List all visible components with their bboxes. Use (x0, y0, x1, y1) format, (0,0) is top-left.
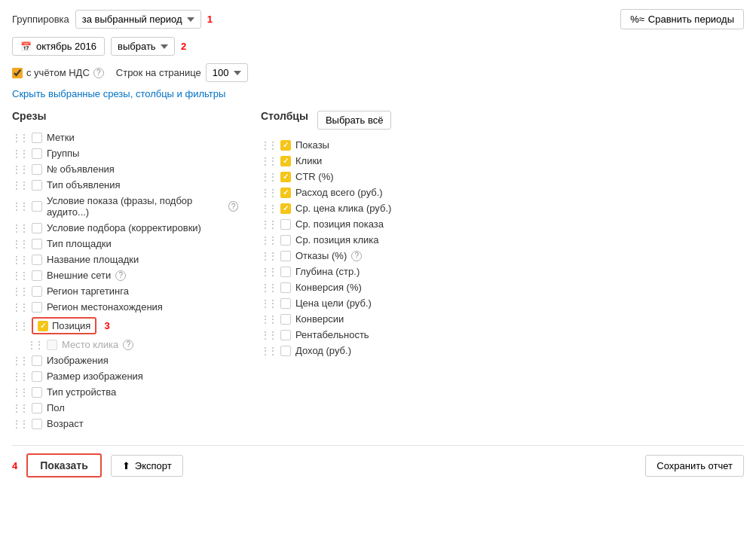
drag-handle (261, 188, 276, 198)
nazvanie-plosh-checkbox[interactable] (32, 255, 42, 265)
sr-poz-klika-checkbox[interactable] (280, 235, 291, 246)
drag-handle (261, 267, 276, 277)
grouping-select[interactable]: за выбранный период (75, 10, 201, 29)
bottom-left: 4 Показать ⬆ Экспорт (12, 453, 183, 477)
sr-poz-pokaz-checkbox[interactable] (280, 219, 291, 230)
drag-handle (12, 148, 27, 159)
drag-handle (12, 355, 27, 366)
poziciya-label: Позиция (52, 320, 90, 331)
list-item: Изображения (12, 352, 238, 368)
ctr-checkbox[interactable] (280, 172, 291, 182)
slices-column: Срезы Метки Группы № объявления Тип объя… (12, 110, 253, 432)
rashod-checkbox[interactable] (280, 188, 291, 198)
drag-handle (12, 180, 27, 191)
second-row: 📅 октябрь 2016 выбрать 2 (12, 37, 744, 56)
uslov-podbora-label: Условие подбора (корректировки) (47, 222, 201, 233)
vnesh-seti-checkbox[interactable] (32, 270, 42, 281)
pol-checkbox[interactable] (32, 403, 42, 413)
badge-3: 3 (104, 320, 109, 331)
pokazy-checkbox[interactable] (280, 140, 291, 151)
tip-plosh-checkbox[interactable] (32, 239, 42, 249)
list-item: Глубина (стр.) (261, 264, 744, 279)
rows-per-page: Строк на странице 100 (116, 63, 248, 82)
drag-handle (261, 251, 276, 261)
list-item: № объявления (12, 161, 238, 177)
export-button[interactable]: ⬆ Экспорт (111, 455, 183, 477)
konversii-checkbox[interactable] (280, 314, 291, 325)
region-mes-checkbox[interactable] (32, 302, 42, 313)
toggle-link[interactable]: Скрыть выбранные срезы, столбцы и фильтр… (12, 88, 225, 99)
drag-handle (261, 298, 276, 309)
list-item: Регион местонахождения (12, 299, 238, 315)
list-item: Тип объявления (12, 177, 238, 193)
rentabelnost-checkbox[interactable] (280, 330, 291, 340)
sr-poz-pokaz-label: Ср. позиция показа (295, 218, 384, 230)
list-item-sub: Место клика ? (12, 337, 238, 352)
choose-select[interactable]: выбрать (111, 37, 175, 56)
num-ob-checkbox[interactable] (32, 164, 42, 175)
tip-plosh-label: Тип площадки (47, 238, 112, 249)
region-targ-checkbox[interactable] (32, 286, 42, 297)
list-item: Цена цели (руб.) (261, 295, 744, 311)
badge-4: 4 (12, 460, 17, 471)
rows-select[interactable]: 100 (206, 63, 248, 82)
drag-handle (261, 219, 276, 230)
metki-label: Метки (47, 132, 75, 143)
list-item: Расход всего (руб.) (261, 185, 744, 200)
columns-title: Столбцы (261, 110, 308, 122)
kliki-label: Клики (295, 155, 322, 166)
kliki-checkbox[interactable] (280, 156, 291, 166)
glubina-checkbox[interactable] (280, 267, 291, 277)
drag-handle (12, 371, 27, 382)
region-mes-label: Регион местонахождения (47, 301, 163, 313)
drag-handle (261, 235, 276, 246)
calendar-icon: 📅 (20, 41, 32, 52)
list-item: Название площадки (12, 252, 238, 267)
cena-celi-checkbox[interactable] (280, 298, 291, 309)
compare-button[interactable]: %≈ Сравнить периоды (620, 9, 744, 29)
metki-checkbox[interactable] (32, 133, 42, 143)
select-all-button[interactable]: Выбрать всё (317, 111, 391, 130)
dohod-label: Доход (руб.) (295, 345, 351, 356)
drag-handle (12, 270, 27, 281)
drag-handle (261, 282, 276, 293)
vat-checkbox[interactable] (12, 68, 23, 78)
uslov-podbora-checkbox[interactable] (32, 223, 42, 233)
badge-1: 1 (207, 14, 213, 25)
izobr-label: Изображения (47, 355, 109, 366)
export-label: Экспорт (135, 460, 172, 471)
razmer-izobr-checkbox[interactable] (32, 371, 42, 382)
vat-checkbox-label[interactable]: с учётом НДС ? (12, 67, 104, 78)
list-item: Тип площадки (12, 236, 238, 252)
tip-ob-label: Тип объявления (47, 179, 121, 191)
poziciya-checkbox[interactable] (38, 321, 48, 331)
drag-handle (12, 403, 27, 413)
grouping-label: Группировка (12, 14, 69, 25)
slices-title: Срезы (12, 110, 238, 122)
otkazy-checkbox[interactable] (280, 251, 291, 261)
show-button[interactable]: Показать (26, 453, 102, 477)
otkazy-help-icon: ? (351, 251, 362, 261)
date-button[interactable]: 📅 октябрь 2016 (12, 37, 105, 56)
toolbar-row: Группировка за выбранный период 1 %≈ Сра… (12, 9, 744, 29)
tip-ustr-checkbox[interactable] (32, 387, 42, 398)
drag-handle (261, 346, 276, 356)
drag-handle (261, 140, 276, 151)
izobr-checkbox[interactable] (32, 355, 42, 366)
list-item: Конверсии (261, 311, 744, 327)
dohod-checkbox[interactable] (280, 346, 291, 356)
compare-icon: %≈ (630, 14, 644, 25)
save-report-button[interactable]: Сохранить отчет (645, 455, 744, 477)
tip-ob-checkbox[interactable] (32, 180, 42, 191)
list-item: Возраст (12, 416, 238, 432)
uslov-pokaza-checkbox[interactable] (32, 201, 42, 212)
drag-handle (12, 387, 27, 398)
gruppy-checkbox[interactable] (32, 148, 42, 159)
vozrast-checkbox[interactable] (32, 419, 42, 429)
drag-handle (12, 239, 27, 249)
sr-cena-checkbox[interactable] (280, 203, 291, 214)
mesto-klika-help-icon: ? (123, 340, 133, 350)
drag-handle (27, 340, 42, 350)
konversiya-checkbox[interactable] (280, 282, 291, 293)
bottom-bar: 4 Показать ⬆ Экспорт Сохранить отчет (12, 445, 744, 477)
